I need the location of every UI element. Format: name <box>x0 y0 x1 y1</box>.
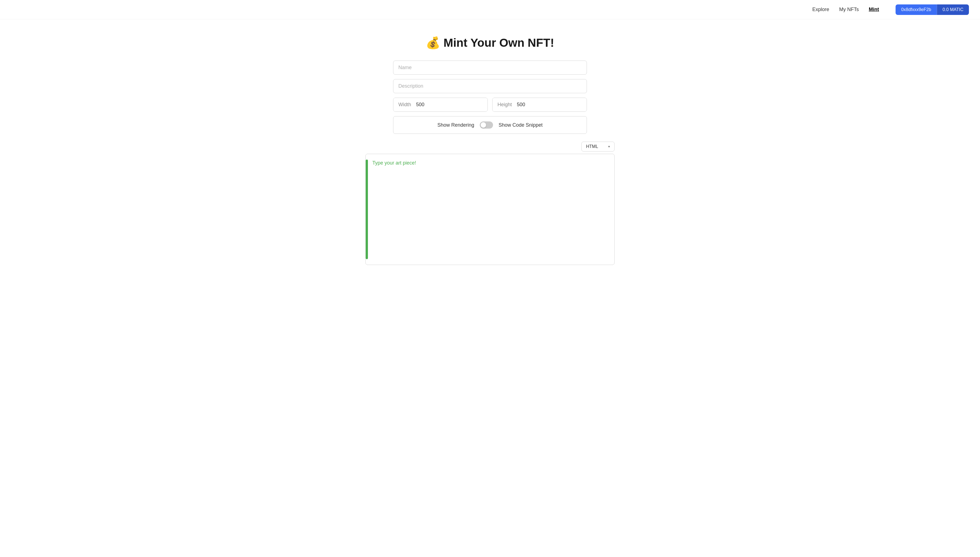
nav-explore[interactable]: Explore <box>812 7 829 13</box>
nav-links: Explore My NFTs Mint 0x8dfxxx9eF2b 0.0 M… <box>812 5 969 15</box>
code-left-bar <box>366 160 368 259</box>
height-label: Height <box>493 98 517 111</box>
mint-form: Width Height Show Rendering Show Code Sn… <box>393 60 587 134</box>
nav-mint[interactable]: Mint <box>869 7 879 13</box>
code-editor-inner: Type your art piece! <box>366 160 609 259</box>
toggle-thumb <box>480 122 486 128</box>
editor-section: HTML ▾ Type your art piece! <box>366 139 614 265</box>
height-input[interactable] <box>517 98 586 111</box>
dimensions-row: Width Height <box>393 98 587 112</box>
rendering-toggle[interactable] <box>480 121 493 129</box>
description-input[interactable] <box>393 79 587 93</box>
code-editor-container: Type your art piece! <box>366 154 614 265</box>
show-rendering-label: Show Rendering <box>438 122 474 128</box>
nav-my-nfts[interactable]: My NFTs <box>839 7 859 13</box>
width-label: Width <box>394 98 416 111</box>
wallet-matic-button[interactable]: 0.0 MATIC <box>937 5 969 15</box>
width-field: Width <box>393 98 488 112</box>
navbar: Explore My NFTs Mint 0x8dfxxx9eF2b 0.0 M… <box>0 0 980 20</box>
name-input[interactable] <box>393 60 587 75</box>
editor-toolbar: HTML ▾ <box>366 139 614 154</box>
toggle-row: Show Rendering Show Code Snippet <box>393 116 587 134</box>
width-input[interactable] <box>416 98 487 111</box>
main-content: 💰 Mint Your Own NFT! Width Height Show R… <box>0 20 980 276</box>
code-placeholder: Type your art piece! <box>372 160 416 259</box>
chevron-down-icon: ▾ <box>608 145 610 148</box>
wallet-section: 0x8dfxxx9eF2b 0.0 MATIC <box>895 5 969 15</box>
language-label: HTML <box>586 144 598 149</box>
height-field: Height <box>492 98 587 112</box>
language-select[interactable]: HTML ▾ <box>581 142 614 151</box>
toggle-track <box>480 121 493 129</box>
wallet-address-button[interactable]: 0x8dfxxx9eF2b <box>895 5 937 15</box>
page-title: 💰 Mint Your Own NFT! <box>426 36 554 49</box>
show-code-snippet-label: Show Code Snippet <box>498 122 542 128</box>
